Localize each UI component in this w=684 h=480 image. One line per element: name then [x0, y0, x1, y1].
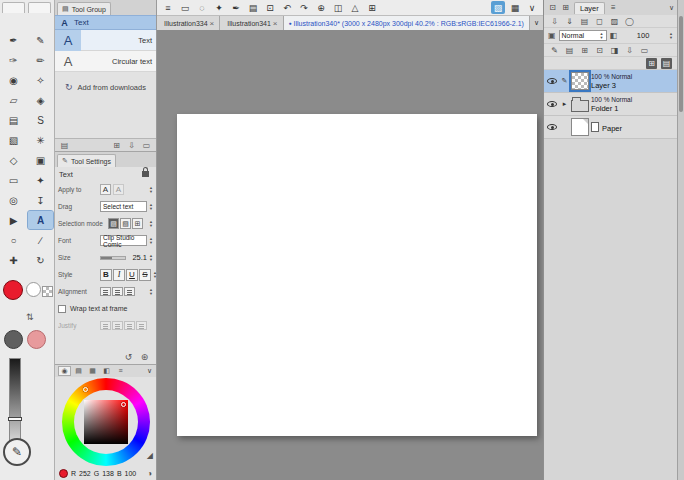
main-menu-icon[interactable]: ≡: [161, 1, 175, 14]
close-tab-icon[interactable]: ×: [210, 19, 215, 28]
justify-left-icon[interactable]: [100, 321, 111, 330]
drag-select[interactable]: Select text: [100, 201, 147, 212]
color-mixer-tab[interactable]: ◧: [101, 367, 112, 375]
palette-dock-icon[interactable]: ⊡: [547, 3, 558, 12]
stepper-icon[interactable]: ▲▼: [669, 32, 673, 40]
new-raster-layer-icon[interactable]: ▤: [564, 45, 575, 56]
stepper-icon[interactable]: ▲▼: [149, 203, 153, 211]
color-panel-menu-chevron[interactable]: ∨: [147, 367, 152, 375]
draw-mode-icon[interactable]: ✎: [549, 45, 560, 56]
apply-new-text-icon[interactable]: A: [100, 184, 111, 195]
justify-right-icon[interactable]: [124, 321, 135, 330]
new-vector-layer-icon[interactable]: ⊞: [579, 45, 590, 56]
opacity-value[interactable]: 100: [637, 31, 650, 40]
layer-thumbnail[interactable]: [571, 118, 589, 136]
italic-button[interactable]: I: [113, 269, 125, 281]
figure-tool[interactable]: ◇: [1, 151, 26, 169]
underline-button[interactable]: U: [126, 269, 138, 281]
tool-palette-tab-1[interactable]: [2, 2, 25, 13]
layer-row[interactable]: ✎ 100 % Normal Layer 3: [544, 70, 677, 93]
pencil-tool[interactable]: ✎: [28, 31, 53, 49]
blend-tool[interactable]: ◈: [28, 91, 53, 109]
size-slider[interactable]: [100, 256, 126, 260]
lock-layer-icon[interactable]: ◻: [594, 16, 605, 27]
scrollbar-thumb[interactable]: [679, 16, 683, 112]
document-tab[interactable]: ● Illustration340* (3000 x 2480px 300dpi…: [284, 16, 530, 30]
align-center-icon[interactable]: [112, 287, 123, 296]
selection-new-icon[interactable]: ▨: [108, 218, 119, 229]
tool-group-selected-group[interactable]: A Text: [55, 15, 156, 30]
subtool-item[interactable]: A Text: [55, 30, 156, 51]
workspace-icon[interactable]: ▦: [508, 1, 522, 14]
list-view-icon[interactable]: ⊞: [646, 58, 657, 69]
tab-list-chevron[interactable]: ∨: [530, 16, 543, 30]
pen-box-icon[interactable]: ✒: [229, 1, 243, 14]
line-tool[interactable]: ∕: [28, 231, 53, 249]
canvas-settings-icon[interactable]: ⊡: [263, 1, 277, 14]
layer-thumbnail[interactable]: [571, 100, 589, 112]
lock-transparent-icon[interactable]: ▨: [609, 16, 620, 27]
justify-even-icon[interactable]: [136, 321, 147, 330]
transfer-down-icon[interactable]: ⇩: [549, 16, 560, 27]
panel-layout-icon[interactable]: ◫: [331, 1, 345, 14]
visibility-eye-icon[interactable]: [547, 78, 557, 84]
main-color-swatch[interactable]: [3, 280, 23, 300]
quick-access-button[interactable]: ✎: [3, 438, 31, 466]
slider-handle[interactable]: [8, 417, 22, 421]
eyedropper-tool[interactable]: ↧: [28, 191, 53, 209]
color-history-tab[interactable]: ≡: [115, 367, 126, 375]
zoom-tool[interactable]: ◎: [1, 191, 26, 209]
workspace-active-icon[interactable]: ▨: [491, 1, 505, 14]
selection-remove-icon[interactable]: ⊞: [132, 218, 143, 229]
brush-tool[interactable]: ✑: [1, 51, 26, 69]
create-subtool-icon[interactable]: ⊞: [111, 140, 122, 151]
undo-icon[interactable]: ↶: [280, 1, 294, 14]
stepper-icon[interactable]: ▲▼: [149, 237, 153, 245]
layer-thumbnail[interactable]: [571, 72, 589, 90]
layer-panel-menu-chevron[interactable]: ∨: [669, 4, 674, 12]
apply-selected-text-icon[interactable]: A: [113, 184, 124, 195]
layer-row[interactable]: Paper: [544, 116, 677, 139]
selection-tool[interactable]: ▭: [1, 171, 26, 189]
add-icon[interactable]: ⊕: [314, 1, 328, 14]
airbrush-tool[interactable]: ◉: [1, 71, 26, 89]
layer-color-icon[interactable]: ▤: [579, 16, 590, 27]
layer-row[interactable]: ▸ 100 % Normal Folder 1: [544, 93, 677, 116]
color-mode-icon[interactable]: ◑: [147, 469, 152, 478]
transparent-color-swatch[interactable]: [42, 286, 53, 297]
balloon-tool[interactable]: ○: [1, 231, 26, 249]
canvas[interactable]: [177, 114, 537, 436]
marker-tool[interactable]: ✏: [28, 51, 53, 69]
text-tool[interactable]: A: [28, 211, 53, 229]
canvas-workspace[interactable]: [157, 30, 543, 480]
fill-box-icon[interactable]: ▤: [246, 1, 260, 14]
layer-mask-icon[interactable]: ◨: [609, 45, 620, 56]
tool-property-settings-icon[interactable]: ⊛: [139, 352, 150, 363]
font-select[interactable]: Clip Studio Comic: [100, 235, 147, 246]
pen-tool[interactable]: ✒: [1, 31, 26, 49]
subtool-item[interactable]: A Circular text: [55, 51, 156, 72]
document-tab[interactable]: Illustration341 ×: [220, 16, 283, 30]
stepper-icon[interactable]: ▲▼: [149, 186, 153, 194]
swap-colors-icon[interactable]: ⇅: [26, 312, 34, 322]
auto-select-icon[interactable]: ✦: [212, 1, 226, 14]
operation-tool[interactable]: ▶: [1, 211, 26, 229]
color-wheel-tab[interactable]: ◉: [59, 367, 70, 375]
size-value[interactable]: 25.1: [132, 253, 147, 262]
delete-layer-icon[interactable]: ▭: [639, 45, 650, 56]
color-set-tab[interactable]: ▦: [87, 367, 98, 375]
layer-tab[interactable]: Layer: [574, 2, 605, 14]
dark-color-swatch[interactable]: [4, 330, 23, 349]
align-right-icon[interactable]: [124, 287, 135, 296]
selection-add-icon[interactable]: ▧: [120, 218, 131, 229]
hue-cursor[interactable]: [83, 387, 88, 392]
eraser-tool[interactable]: ▱: [1, 91, 26, 109]
stepper-icon[interactable]: ▲▼: [149, 220, 153, 228]
palette-grid-icon[interactable]: ⊞: [560, 3, 571, 12]
redo-icon[interactable]: ↷: [297, 1, 311, 14]
s-brush-tool[interactable]: S: [28, 111, 53, 129]
strikeout-button[interactable]: S: [139, 269, 151, 281]
bold-button[interactable]: B: [100, 269, 112, 281]
transfer-to-layer-icon[interactable]: ⇩: [624, 45, 635, 56]
auto-select-tool[interactable]: ✦: [28, 171, 53, 189]
